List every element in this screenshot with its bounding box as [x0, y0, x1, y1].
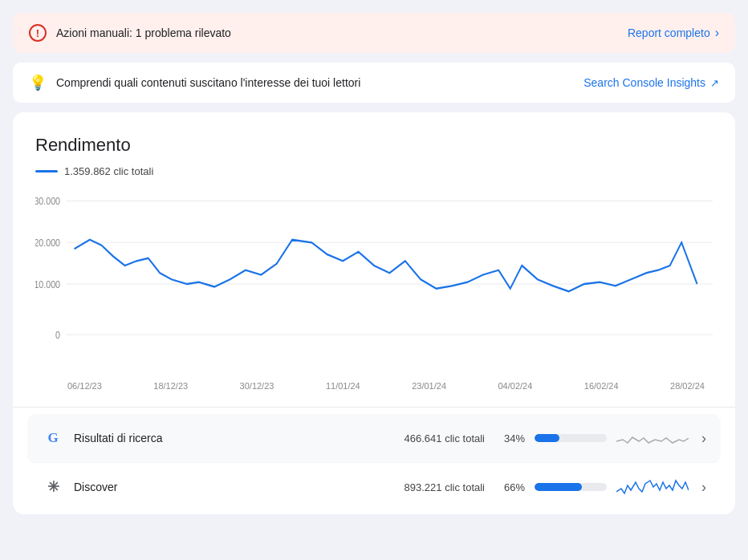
- x-label-2: 30/12/23: [240, 381, 274, 391]
- error-banner-left: ! Azioni manuali: 1 problema rilevato: [29, 24, 231, 42]
- info-banner: 💡 Comprendi quali contenuti suscitano l'…: [13, 63, 735, 103]
- chart-legend: 1.359.862 clic totali: [35, 165, 713, 177]
- x-label-3: 11/01/24: [326, 381, 360, 391]
- x-label-1: 18/12/23: [153, 381, 188, 391]
- bulb-icon: 💡: [29, 74, 47, 91]
- svg-text:30.000: 30.000: [35, 195, 60, 206]
- risultati-bar: [535, 434, 607, 442]
- risultati-chevron-icon: ›: [701, 430, 706, 447]
- x-label-7: 28/02/24: [670, 381, 705, 391]
- risultati-name: Risultati di ricerca: [74, 432, 355, 444]
- legend-label: 1.359.862 clic totali: [64, 165, 153, 177]
- svg-text:10.000: 10.000: [35, 278, 60, 290]
- discover-row[interactable]: ✳ Discover 893.221 clic totali 66% ›: [35, 463, 713, 511]
- svg-text:0: 0: [55, 329, 60, 340]
- error-banner-text: Azioni manuali: 1 problema rilevato: [56, 26, 231, 39]
- risultati-di-ricerca-row[interactable]: G Risultati di ricerca 466.641 clic tota…: [27, 414, 721, 463]
- discover-sparkline: [616, 474, 689, 500]
- external-link-icon: ↗: [710, 77, 719, 89]
- chart-area: 30.000 20.000 10.000 0: [35, 192, 713, 376]
- rendimento-card: Rendimento 1.359.862 clic totali 30.000 …: [13, 112, 735, 514]
- chart-divider: [13, 407, 735, 408]
- report-chevron-icon: ›: [715, 26, 719, 40]
- card-title: Rendimento: [35, 135, 713, 156]
- x-label-6: 16/02/24: [584, 381, 619, 391]
- risultati-clicks: 466.641 clic totali: [364, 432, 485, 444]
- google-g-icon: G: [42, 427, 64, 449]
- discover-clicks: 893.221 clic totali: [364, 481, 485, 493]
- error-banner: ! Azioni manuali: 1 problema rilevato Re…: [13, 13, 735, 53]
- result-rows: G Risultati di ricerca 466.641 clic tota…: [35, 414, 713, 514]
- legend-line-icon: [35, 170, 58, 172]
- x-label-5: 04/02/24: [498, 381, 532, 391]
- risultati-pct: 34%: [494, 432, 525, 444]
- risultati-bar-fill: [535, 434, 559, 442]
- discover-bar: [535, 483, 607, 491]
- discover-pct: 66%: [494, 481, 525, 493]
- svg-text:20.000: 20.000: [35, 237, 60, 248]
- discover-bar-fill: [535, 483, 582, 491]
- x-axis-labels: 06/12/23 18/12/23 30/12/23 11/01/24 23/0…: [35, 376, 713, 407]
- report-link-label: Report completo: [628, 26, 710, 39]
- discover-name: Discover: [74, 481, 355, 493]
- alert-icon: !: [29, 24, 47, 42]
- discover-chevron-icon: ›: [701, 479, 706, 496]
- report-completo-link[interactable]: Report completo ›: [628, 26, 719, 40]
- x-label-4: 23/01/24: [412, 381, 446, 391]
- x-label-0: 06/12/23: [67, 381, 102, 391]
- search-console-insights-label: Search Console Insights: [583, 76, 705, 89]
- info-banner-text: Comprendi quali contenuti suscitano l'in…: [56, 76, 360, 89]
- discover-asterisk-icon: ✳: [42, 476, 64, 498]
- line-chart: 30.000 20.000 10.000 0: [35, 192, 713, 376]
- info-banner-left: 💡 Comprendi quali contenuti suscitano l'…: [29, 74, 360, 91]
- risultati-sparkline: [616, 425, 689, 451]
- search-console-insights-link[interactable]: Search Console Insights ↗: [583, 76, 719, 89]
